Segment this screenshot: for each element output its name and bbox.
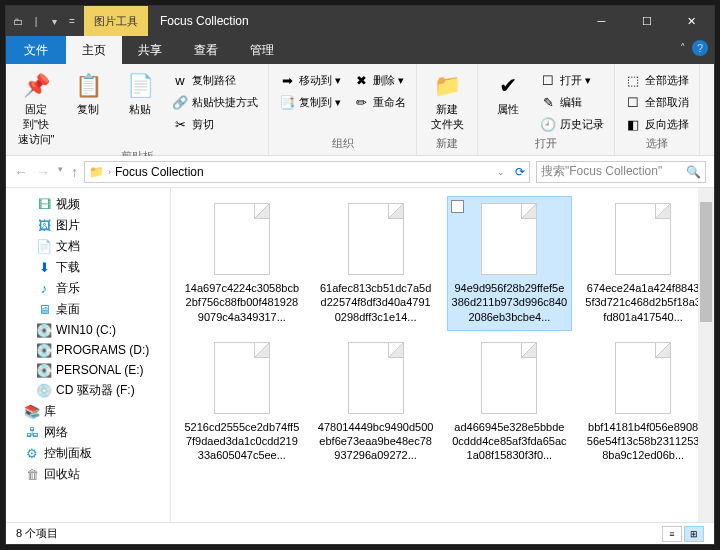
- forward-button[interactable]: →: [36, 164, 50, 180]
- file-item[interactable]: 5216cd2555ce2db74ff57f9daed3da1c0cdd2193…: [179, 335, 305, 470]
- ribbon-icon: ⬚: [625, 72, 641, 88]
- file-item[interactable]: 61afec813cb51dc7a5dd22574f8df3d40a479102…: [313, 196, 439, 331]
- tree-icon: 🖥: [36, 302, 52, 318]
- tree-item[interactable]: 💽PROGRAMS (D:): [6, 340, 170, 360]
- file-list[interactable]: 14a697c4224c3058bcb2bf756c88fb00f4819289…: [171, 188, 714, 522]
- ribbon-button[interactable]: 🔗粘贴快捷方式: [168, 92, 262, 112]
- tree-item[interactable]: 🖧网络: [6, 422, 170, 443]
- quick-access-toolbar: 🗀 | ▾ =: [6, 13, 84, 29]
- tree-item[interactable]: 📄文档: [6, 236, 170, 257]
- file-name: 94e9d956f28b29ffef5e386d211b973d996c8402…: [452, 281, 568, 324]
- back-button[interactable]: ←: [14, 164, 28, 180]
- scrollbar-thumb[interactable]: [700, 202, 712, 322]
- ribbon: 📌固定到"快 速访问"📋复制📄粘贴w复制路径🔗粘贴快捷方式✂剪切剪贴板➡移动到 …: [6, 64, 714, 156]
- address-dropdown-icon[interactable]: ⌄: [497, 167, 505, 177]
- ribbon-group: ⬚全部选择☐全部取消◧反向选择选择: [615, 64, 700, 155]
- ribbon-button[interactable]: w复制路径: [168, 70, 262, 90]
- tree-item[interactable]: 🎞视频: [6, 194, 170, 215]
- tree-item[interactable]: 💽WIN10 (C:): [6, 320, 170, 340]
- file-item[interactable]: 674ece24a1a424f88435f3d721c468d2b5f18a3f…: [580, 196, 706, 331]
- file-item[interactable]: 478014449bc9490d500ebf6e73eaa9be48ec7893…: [313, 335, 439, 470]
- help-button[interactable]: ?: [692, 40, 708, 56]
- ribbon-button[interactable]: 📋复制: [64, 70, 112, 119]
- tree-label: 视频: [56, 196, 80, 213]
- tree-label: 桌面: [56, 301, 80, 318]
- ribbon-button[interactable]: ✎编辑: [536, 92, 608, 112]
- file-item[interactable]: 14a697c4224c3058bcb2bf756c88fb00f4819289…: [179, 196, 305, 331]
- tab-1[interactable]: 共享: [122, 36, 178, 64]
- file-item[interactable]: ad466945e328e5bbde0cddd4ce85af3fda65ac1a…: [447, 335, 573, 470]
- ribbon-button[interactable]: ☐全部取消: [621, 92, 693, 112]
- body: 🎞视频🖼图片📄文档⬇下载♪音乐🖥桌面💽WIN10 (C:)💽PROGRAMS (…: [6, 188, 714, 522]
- ribbon-button[interactable]: ✖删除 ▾: [349, 70, 410, 90]
- tree-item[interactable]: 🗑回收站: [6, 464, 170, 485]
- tab-0[interactable]: 主页: [66, 36, 122, 64]
- file-icon: [615, 203, 671, 275]
- search-icon[interactable]: 🔍: [686, 165, 701, 179]
- icons-view-button[interactable]: ⊞: [684, 526, 704, 542]
- file-menu[interactable]: 文件: [6, 36, 66, 64]
- ribbon-button[interactable]: ✏重命名: [349, 92, 410, 112]
- up-button[interactable]: ↑: [71, 164, 78, 180]
- ribbon-button[interactable]: ✔属性: [484, 70, 532, 119]
- tree-item[interactable]: 🖥桌面: [6, 299, 170, 320]
- tree-item[interactable]: 🖼图片: [6, 215, 170, 236]
- qat-overflow-icon[interactable]: =: [64, 13, 80, 29]
- ribbon-group-label: 打开: [484, 136, 608, 153]
- recent-dropdown-icon[interactable]: ▾: [58, 164, 63, 180]
- tree-item[interactable]: 💽PERSONAL (E:): [6, 360, 170, 380]
- tree-icon: 💽: [36, 342, 52, 358]
- address-box[interactable]: 📁 › Focus Collection ⌄ ⟳: [84, 161, 530, 183]
- ribbon-icon: ✔: [494, 72, 522, 100]
- ribbon-button[interactable]: 📁新建 文件夹: [423, 70, 471, 134]
- tree-icon: 🎞: [36, 197, 52, 213]
- maximize-button[interactable]: ☐: [624, 6, 669, 36]
- ribbon-button[interactable]: ➡移动到 ▾: [275, 70, 345, 90]
- ribbon-group: ➡移动到 ▾📑复制到 ▾✖删除 ▾✏重命名组织: [269, 64, 417, 155]
- ribbon-button[interactable]: 📄粘贴: [116, 70, 164, 119]
- breadcrumb-item[interactable]: Focus Collection: [115, 165, 204, 179]
- search-box[interactable]: 搜索"Focus Collection" 🔍: [536, 161, 706, 183]
- ribbon-icon: ✎: [540, 94, 556, 110]
- ribbon-button[interactable]: 📑复制到 ▾: [275, 92, 345, 112]
- tree-item[interactable]: 📚库: [6, 401, 170, 422]
- file-item[interactable]: 94e9d956f28b29ffef5e386d211b973d996c8402…: [447, 196, 573, 331]
- ribbon-group-label: 组织: [275, 136, 410, 153]
- ribbon-button[interactable]: ◧反向选择: [621, 114, 693, 134]
- tree-label: 回收站: [44, 466, 80, 483]
- file-name: 5216cd2555ce2db74ff57f9daed3da1c0cdd2193…: [184, 420, 300, 463]
- close-button[interactable]: ✕: [669, 6, 714, 36]
- ribbon-icon: 📌: [22, 72, 50, 100]
- ribbon-icon: 📁: [433, 72, 461, 100]
- tree-item[interactable]: ⬇下载: [6, 257, 170, 278]
- ribbon-button[interactable]: 📌固定到"快 速访问": [12, 70, 60, 149]
- details-view-button[interactable]: ≡: [662, 526, 682, 542]
- tab-3[interactable]: 管理: [234, 36, 290, 64]
- navigation-pane: 🎞视频🖼图片📄文档⬇下载♪音乐🖥桌面💽WIN10 (C:)💽PROGRAMS (…: [6, 188, 171, 522]
- file-icon: [214, 203, 270, 275]
- ribbon-icon: ◧: [625, 116, 641, 132]
- minimize-button[interactable]: ─: [579, 6, 624, 36]
- tab-2[interactable]: 查看: [178, 36, 234, 64]
- refresh-button[interactable]: ⟳: [515, 165, 525, 179]
- tree-icon: 🗑: [24, 467, 40, 483]
- tree-icon: 📚: [24, 404, 40, 420]
- ribbon-button[interactable]: ☐打开 ▾: [536, 70, 608, 90]
- qat-dropdown-icon[interactable]: ▾: [46, 13, 62, 29]
- tree-label: CD 驱动器 (F:): [56, 382, 135, 399]
- tree-item[interactable]: 💿CD 驱动器 (F:): [6, 380, 170, 401]
- file-item[interactable]: bbf14181b4f056e890856e54f13c58b23112538b…: [580, 335, 706, 470]
- ribbon-collapse-icon[interactable]: ˄: [680, 42, 686, 55]
- tree-item[interactable]: ⚙控制面板: [6, 443, 170, 464]
- ribbon-button[interactable]: 🕘历史记录: [536, 114, 608, 134]
- tree-icon: 🖧: [24, 425, 40, 441]
- ribbon-button[interactable]: ✂剪切: [168, 114, 262, 134]
- scrollbar[interactable]: [698, 188, 714, 522]
- tree-icon: ⬇: [36, 260, 52, 276]
- file-name: 14a697c4224c3058bcb2bf756c88fb00f4819289…: [184, 281, 300, 324]
- file-name: ad466945e328e5bbde0cddd4ce85af3fda65ac1a…: [452, 420, 568, 463]
- tree-label: 控制面板: [44, 445, 92, 462]
- ribbon-button[interactable]: ⬚全部选择: [621, 70, 693, 90]
- ribbon-icon: ✏: [353, 94, 369, 110]
- tree-item[interactable]: ♪音乐: [6, 278, 170, 299]
